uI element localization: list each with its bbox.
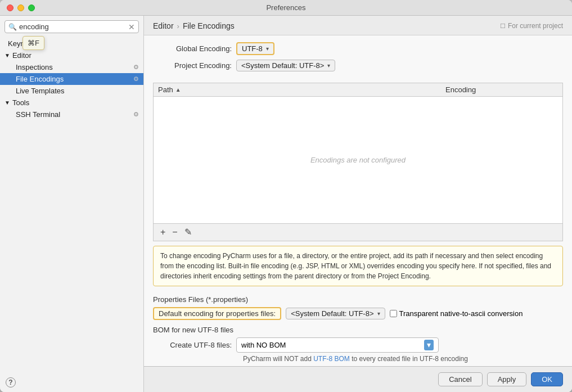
project-encoding-row: Project Encoding: <System Default: UTF-8…	[153, 60, 563, 71]
ok-button[interactable]: OK	[531, 372, 563, 386]
add-row-button[interactable]: +	[158, 226, 168, 238]
transparent-checkbox-wrap: Transparent native-to-ascii conversion	[390, 309, 523, 318]
window-title: Preferences	[266, 3, 305, 12]
breadcrumb-separator: ›	[177, 22, 179, 30]
caret-icon: ▼	[4, 52, 10, 58]
path-column-header[interactable]: Path ▲	[158, 85, 445, 94]
create-utf8-dropdown[interactable]: with NO BOM ▾	[236, 337, 439, 353]
global-encoding-row: Global Encoding: UTF-8 ▾	[153, 42, 563, 55]
empty-table-message: Encodings are not configured	[310, 156, 406, 164]
encoding-column-header: Encoding	[445, 85, 558, 94]
breadcrumb: Editor › File Encodings	[153, 21, 235, 30]
close-button[interactable]	[7, 4, 13, 11]
checkbox-icon: ☐	[500, 22, 506, 30]
clear-search-icon[interactable]: ✕	[128, 23, 135, 31]
properties-encoding-dropdown[interactable]: <System Default: UTF-8> ▾	[286, 308, 385, 319]
for-current-project: ☐ For current project	[500, 22, 563, 30]
global-encoding-dropdown[interactable]: UTF-8 ▾	[236, 42, 274, 55]
properties-encoding-row: Default encoding for properties files: <…	[153, 307, 563, 320]
cancel-button[interactable]: Cancel	[438, 372, 482, 386]
sidebar-item-tools[interactable]: ▼ Tools	[0, 97, 143, 109]
main-panel: Editor › File Encodings ☐ For current pr…	[144, 16, 572, 392]
main-header: Editor › File Encodings ☐ For current pr…	[144, 16, 572, 35]
help-button[interactable]: ?	[6, 377, 16, 388]
nav-tree: Keymap ▼ Editor Inspections ⚙ File Encod…	[0, 37, 143, 373]
apply-button[interactable]: Apply	[487, 372, 527, 386]
breadcrumb-current: File Encodings	[183, 21, 235, 30]
window-controls	[7, 4, 35, 11]
transparent-checkbox[interactable]	[390, 310, 397, 317]
sort-icon: ▲	[175, 87, 181, 93]
table-body: Encodings are not configured	[154, 97, 562, 223]
settings-icon-3: ⚙	[133, 111, 139, 118]
project-encoding-label: Project Encoding:	[153, 61, 232, 70]
breadcrumb-parent: Editor	[153, 21, 174, 30]
minimize-button[interactable]	[17, 4, 24, 11]
utf8-bom-link[interactable]: UTF-8 BOM	[313, 355, 350, 363]
info-text: To change encoding PyCharm uses for a fi…	[160, 252, 551, 280]
bom-dropdown-arrow-icon: ▾	[424, 340, 434, 350]
caret-icon-2: ▼	[4, 100, 10, 106]
settings-icon: ⚙	[133, 64, 139, 71]
title-bar: Preferences	[0, 0, 572, 16]
preferences-window: Preferences 🔍 ✕ ⌘F Keymap	[0, 0, 572, 392]
sidebar-item-file-encodings[interactable]: File Encodings ⚙	[0, 73, 143, 85]
sidebar: 🔍 ✕ ⌘F Keymap ▼ Editor	[0, 16, 144, 392]
table-toolbar: + − ✎	[154, 223, 562, 241]
remove-row-button[interactable]: −	[170, 226, 179, 238]
project-encoding-dropdown[interactable]: <System Default: UTF-8> ▾	[236, 60, 335, 71]
edit-row-button[interactable]: ✎	[182, 226, 194, 238]
create-utf8-row: Create UTF-8 files: with NO BOM ▾	[153, 337, 563, 353]
global-encoding-label: Global Encoding:	[153, 44, 232, 53]
encoding-form: Global Encoding: UTF-8 ▾ Project Encodin…	[144, 35, 572, 83]
search-input-wrap: 🔍 ✕	[4, 20, 139, 33]
create-utf8-label: Create UTF-8 files:	[153, 341, 232, 349]
bottom-bar: Cancel Apply OK	[144, 366, 572, 392]
sidebar-item-keymap[interactable]: Keymap	[0, 38, 143, 49]
settings-icon-2: ⚙	[133, 75, 139, 83]
create-utf8-value: with NO BOM	[241, 341, 286, 349]
sidebar-item-ssh-terminal[interactable]: SSH Terminal ⚙	[0, 109, 143, 120]
search-area: 🔍 ✕ ⌘F	[0, 16, 143, 37]
sidebar-item-inspections[interactable]: Inspections ⚙	[0, 61, 143, 73]
properties-section: Properties Files (*.properties) Default …	[144, 291, 572, 322]
maximize-button[interactable]	[28, 4, 35, 11]
transparent-label: Transparent native-to-ascii conversion	[399, 309, 523, 318]
search-input[interactable]	[19, 22, 126, 31]
dropdown-arrow-icon: ▾	[266, 46, 269, 52]
bom-section-title: BOM for new UTF-8 files	[153, 326, 563, 334]
default-encoding-label: Default encoding for properties files:	[153, 307, 281, 320]
encodings-table: Path ▲ Encoding Encodings are not config…	[153, 83, 563, 241]
bom-section: BOM for new UTF-8 files Create UTF-8 fil…	[144, 322, 572, 366]
content-area: 🔍 ✕ ⌘F Keymap ▼ Editor	[0, 16, 572, 392]
bom-note: PyCharm will NOT add UTF-8 BOM to every …	[243, 355, 563, 363]
dropdown-arrow-icon-3: ▾	[377, 310, 380, 317]
dropdown-arrow-icon-2: ▾	[327, 62, 330, 69]
sidebar-item-editor[interactable]: ▼ Editor	[0, 49, 143, 61]
properties-section-title: Properties Files (*.properties)	[153, 295, 563, 304]
sidebar-item-live-templates[interactable]: Live Templates	[0, 85, 143, 97]
info-box: To change encoding PyCharm uses for a fi…	[153, 246, 563, 286]
table-header: Path ▲ Encoding	[154, 83, 562, 97]
search-icon: 🔍	[8, 23, 17, 31]
search-shortcut-tooltip: ⌘F	[22, 36, 44, 50]
sidebar-footer: ?	[0, 373, 143, 392]
